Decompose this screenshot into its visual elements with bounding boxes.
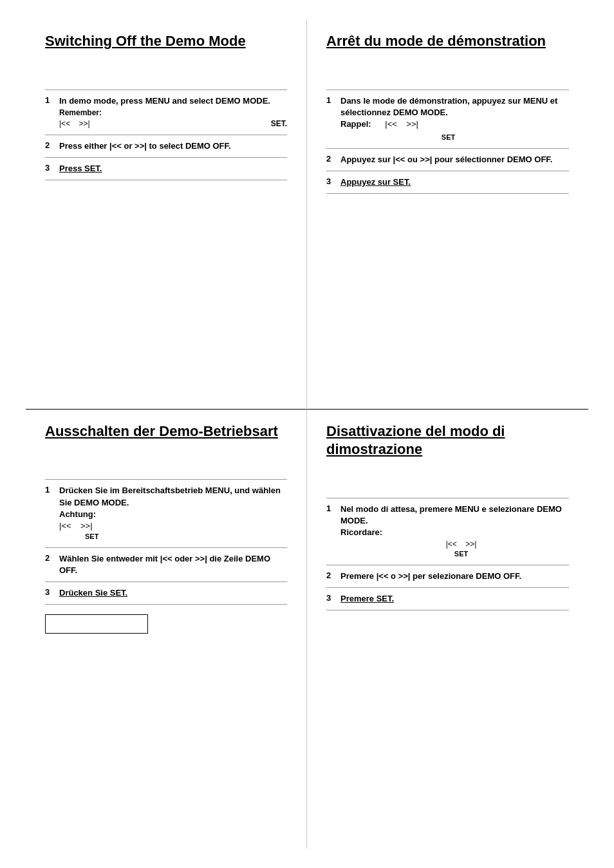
step-content: Press either |<< or >>| to select DEMO O…	[59, 140, 287, 152]
step-number: 2	[326, 154, 340, 164]
german-section: Ausschalten der Demo-Betriebsart 1 Drück…	[26, 410, 307, 849]
english-step-2: 2 Press either |<< or >>| to select DEMO…	[45, 135, 287, 157]
italian-step-1: 1 Nel modo di attesa, premere MENU e sel…	[326, 498, 569, 565]
german-step-1: 1 Drücken Sie im Bereitschaftsbetrieb ME…	[45, 479, 287, 547]
step-content: Appuyez sur SET.	[340, 176, 569, 188]
step-content: Premere SET.	[340, 593, 569, 605]
french-title: Arrêt du mode de démonstration	[326, 32, 569, 51]
italian-step-2: 2 Premere |<< o >>| per selezionare DEMO…	[326, 565, 569, 587]
english-steps: 1 In demo mode, press MENU and select DE…	[45, 90, 287, 181]
french-steps: 1 Dans le mode de démonstration, appuyez…	[326, 90, 569, 194]
german-step-3: 3 Drücken Sie SET.	[45, 581, 287, 605]
step-number: 3	[45, 587, 59, 597]
step-number: 3	[326, 176, 340, 186]
step-number: 1	[45, 95, 59, 105]
french-section: Arrêt du mode de démonstration 1 Dans le…	[307, 19, 588, 410]
page: Switching Off the Demo Mode 1 In demo mo…	[0, 0, 614, 868]
step-number: 1	[326, 504, 340, 513]
footer-box	[45, 614, 148, 634]
french-step-2: 2 Appuyez sur |<< ou >>| pour sélectionn…	[326, 148, 569, 171]
italian-title: Disattivazione del modo di dimostrazione	[326, 422, 569, 459]
step-number: 2	[45, 140, 59, 150]
english-section: Switching Off the Demo Mode 1 In demo mo…	[26, 19, 307, 410]
step-content: Nel modo di attesa, premere MENU e selez…	[340, 504, 569, 560]
english-title: Switching Off the Demo Mode	[45, 32, 287, 51]
step-number: 2	[45, 553, 59, 563]
french-step-1: 1 Dans le mode de démonstration, appuyez…	[326, 90, 569, 148]
step-content: Premere |<< o >>| per selezionare DEMO O…	[340, 571, 569, 582]
german-step-2: 2 Wählen Sie entweder mit |<< oder >>| d…	[45, 547, 287, 581]
step-content: Appuyez sur |<< ou >>| pour sélectionner…	[340, 154, 569, 165]
italian-section: Disattivazione del modo di dimostrazione…	[307, 410, 588, 849]
step-number: 2	[326, 571, 340, 580]
english-step-3: 3 Press SET.	[45, 157, 287, 180]
german-steps: 1 Drücken Sie im Bereitschaftsbetrieb ME…	[45, 479, 287, 605]
german-title: Ausschalten der Demo-Betriebsart	[45, 422, 287, 441]
step-content: Drücken Sie SET.	[59, 587, 287, 599]
french-step-3: 3 Appuyez sur SET.	[326, 171, 569, 194]
italian-steps: 1 Nel modo di attesa, premere MENU e sel…	[326, 498, 569, 610]
step-content: Dans le mode de démonstration, appuyez s…	[340, 95, 569, 143]
step-number: 1	[326, 95, 340, 105]
step-content: Drücken Sie im Bereitschaftsbetrieb MENU…	[59, 485, 287, 542]
step-content: In demo mode, press MENU and select DEMO…	[59, 95, 287, 129]
step-content: Wählen Sie entweder mit |<< oder >>| die…	[59, 553, 287, 576]
italian-step-3: 3 Premere SET.	[326, 587, 569, 610]
step-number: 1	[45, 485, 59, 495]
english-step-1: 1 In demo mode, press MENU and select DE…	[45, 90, 287, 135]
step-content: Press SET.	[59, 163, 287, 175]
step-number: 3	[45, 163, 59, 173]
step-number: 3	[326, 593, 340, 603]
